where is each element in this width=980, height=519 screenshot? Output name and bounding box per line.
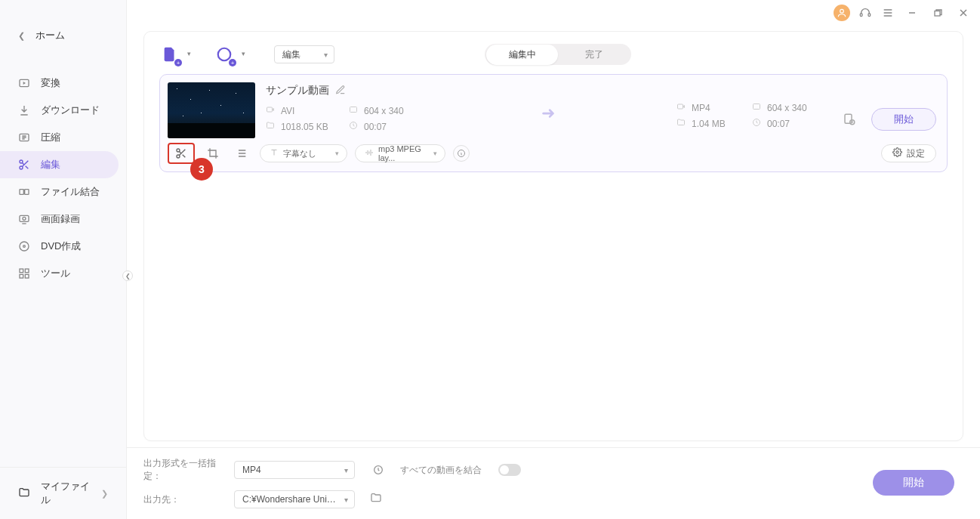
dest-select[interactable]: C:¥Wondershare UniConverter 1 [234, 490, 355, 508]
item-start-button[interactable]: 開始 [871, 108, 936, 131]
svg-point-2 [20, 160, 23, 163]
svg-rect-13 [25, 274, 29, 278]
content-card: + ▾ + ▾ 編集 編集中 完了 [143, 31, 963, 441]
video-icon [676, 102, 687, 113]
info-button[interactable] [453, 145, 470, 162]
resolution-icon [349, 105, 359, 116]
svg-rect-19 [267, 107, 273, 112]
sidebar-item-label: 圧縮 [41, 131, 60, 144]
svg-rect-5 [25, 190, 29, 195]
audio-icon [365, 148, 374, 159]
scissors-icon [18, 159, 30, 171]
svg-rect-11 [25, 269, 29, 273]
item-settings-icon[interactable] [838, 113, 861, 126]
titlebar [127, 0, 980, 25]
list-button[interactable] [231, 143, 252, 164]
step-badge: 3 [190, 158, 213, 181]
sidebar-item-label: 画面録画 [41, 212, 80, 226]
subtitle-select[interactable]: 字幕なし [260, 144, 347, 162]
merge-toggle[interactable] [498, 464, 521, 476]
out-duration: 00:07 [752, 118, 820, 129]
disc-icon [18, 240, 30, 252]
trim-button[interactable]: 3 [168, 143, 195, 164]
sidebar-nav: 変換 ダウンロード 圧縮 編集 ファイル結合 [0, 70, 126, 287]
video-title: サンプル動画 [266, 84, 329, 97]
plus-badge-icon: + [174, 59, 182, 66]
audio-select[interactable]: mp3 MPEG lay... [355, 144, 445, 162]
resolution-icon [752, 102, 763, 113]
start-all-button[interactable]: 開始 [873, 470, 954, 496]
folder-icon [676, 118, 687, 129]
output-format-select[interactable]: MP4 [234, 461, 355, 479]
sidebar-item-merge[interactable]: ファイル結合 [0, 178, 119, 205]
add-disc-button[interactable]: + ▾ [214, 44, 235, 65]
sidebar-item-record[interactable]: 画面録画 [0, 205, 119, 233]
svg-rect-22 [678, 104, 683, 109]
svg-rect-6 [20, 215, 29, 221]
svg-rect-15 [860, 13, 862, 16]
sidebar: ❮ ホーム 変換 ダウンロード 圧縮 編集 [0, 0, 127, 519]
sidebar-item-convert[interactable]: 変換 [0, 70, 119, 97]
avatar[interactable] [834, 5, 850, 21]
clock-icon [349, 121, 359, 132]
svg-rect-4 [20, 190, 23, 195]
sidebar-item-dvd[interactable]: DVD作成 [0, 233, 119, 260]
seg-editing[interactable]: 編集中 [486, 45, 558, 65]
mode-select[interactable]: 編集 [274, 45, 334, 63]
svg-point-3 [20, 166, 23, 169]
home-link[interactable]: ❮ ホーム [0, 23, 126, 48]
toolbar: + ▾ + ▾ 編集 編集中 完了 [144, 32, 963, 74]
sidebar-item-edit[interactable]: 編集 [0, 151, 119, 178]
support-icon[interactable] [858, 5, 873, 20]
menu-icon[interactable] [880, 5, 895, 20]
out-format: MP4 [676, 102, 744, 113]
open-folder-button[interactable] [370, 492, 393, 507]
video-icon [266, 105, 276, 116]
add-file-button[interactable]: + ▾ [159, 44, 180, 65]
src-duration: 00:07 [349, 121, 424, 132]
sidebar-item-label: ツール [41, 267, 70, 280]
svg-point-7 [23, 217, 26, 220]
chevron-right-icon: ❯ [101, 489, 108, 499]
sidebar-item-compress[interactable]: 圧縮 [0, 124, 119, 151]
sidebar-collapse-button[interactable]: ❮ [122, 270, 133, 281]
dest-label: 出力先： [143, 493, 227, 506]
item-settings-button[interactable]: 設定 [881, 144, 936, 162]
record-icon [18, 213, 30, 225]
sidebar-item-download[interactable]: ダウンロード [0, 97, 119, 124]
sidebar-item-label: 編集 [41, 158, 60, 171]
seg-done[interactable]: 完了 [558, 45, 630, 65]
svg-point-30 [896, 151, 898, 153]
rename-icon[interactable] [335, 85, 346, 97]
folder-icon [266, 121, 276, 132]
clock-icon [752, 118, 763, 129]
out-size: 1.04 MB [676, 118, 744, 129]
home-label: ホーム [35, 29, 65, 42]
merge-icon [18, 186, 30, 198]
minimize-button[interactable] [903, 5, 921, 20]
src-size: 1018.05 KB [266, 121, 341, 132]
my-files-link[interactable]: マイファイル ❯ [0, 471, 126, 516]
maximize-button[interactable] [929, 5, 947, 20]
svg-point-8 [20, 242, 29, 251]
grid-icon [18, 267, 30, 280]
svg-rect-10 [20, 269, 23, 273]
sidebar-item-label: DVD作成 [41, 239, 81, 253]
my-files-label: マイファイル [41, 480, 91, 507]
video-thumbnail[interactable] [168, 82, 255, 138]
text-icon [270, 148, 279, 159]
close-button[interactable] [954, 5, 972, 20]
sidebar-item-tools[interactable]: ツール [0, 260, 119, 287]
sidebar-item-label: ダウンロード [41, 103, 100, 117]
chevron-down-icon: ▾ [187, 50, 191, 57]
plus-badge-icon: + [229, 59, 236, 66]
status-segmented: 編集中 完了 [485, 44, 631, 65]
bottom-bar: 出力形式を一括指定： MP4 すべての動画を結合 開始 出力先： C:¥Wond… [127, 447, 980, 519]
svg-point-28 [177, 155, 180, 158]
chevron-left-icon: ❮ [18, 31, 25, 41]
svg-rect-25 [845, 114, 852, 123]
hardware-accel-icon[interactable] [370, 462, 387, 478]
svg-rect-12 [20, 274, 23, 278]
svg-point-14 [840, 9, 844, 13]
svg-point-9 [23, 246, 26, 248]
